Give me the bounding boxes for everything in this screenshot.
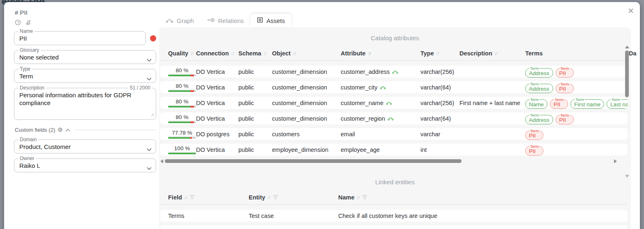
term-chip[interactable]: TermPII [556, 113, 574, 124]
connection-cell: DO Vertica [196, 69, 238, 75]
linked-table-row[interactable]: TermsTest caseVerify customer email addr… [160, 225, 628, 229]
sort-icon[interactable]: ↓↑ [293, 51, 296, 56]
column-header-schema: Schema↓↑ [238, 50, 272, 57]
object-cell: customer_dimension [272, 69, 341, 75]
table-row[interactable]: 80 %DO Verticapubliccustomer_dimensioncu… [160, 66, 628, 78]
term-chip[interactable]: TermPII [556, 82, 574, 93]
attribute-name: customer_name [341, 100, 383, 106]
column-header-label: Connection [196, 50, 229, 57]
sort-icon[interactable]: ↓↑ [190, 51, 194, 56]
chevron-up-icon[interactable] [65, 127, 70, 133]
scroll-down-icon[interactable] [625, 175, 629, 178]
assets-panel: Catalog attributes Quality↓↑Connection↓↑… [159, 27, 631, 229]
sort-icon[interactable]: ↓↑ [436, 51, 439, 56]
terms-cell: TermAddressTermPII [525, 112, 628, 124]
name-field[interactable]: Name PII [14, 31, 146, 45]
column-header-label: Da [629, 50, 637, 57]
filter-icon[interactable] [273, 194, 278, 201]
sort-icon[interactable]: ↓↑ [357, 195, 360, 200]
close-icon[interactable]: ✕ [628, 7, 634, 15]
attribute-name: email [341, 131, 355, 137]
type-select[interactable]: Type Term [14, 69, 156, 83]
description-textarea[interactable]: Description 51 / 2000 Personal informati… [14, 88, 156, 120]
lineage-icon[interactable] [386, 100, 392, 106]
quality-value: 80 % [168, 67, 196, 74]
term-chip[interactable]: TermPII [556, 66, 574, 78]
owner-select[interactable]: Owner Raiko L [14, 158, 156, 172]
connection-cell: DO postgres [196, 131, 238, 137]
tab-graph[interactable]: Graph [159, 14, 201, 27]
scroll-left-icon[interactable] [160, 159, 163, 163]
lineage-icon[interactable] [388, 115, 394, 122]
tab-label: Relations [218, 17, 244, 24]
table-row[interactable]: 100 %DO Verticapublicemployee_dimensione… [160, 144, 628, 156]
table-row[interactable]: 80 %DO Verticapubliccustomer_dimensioncu… [160, 97, 628, 109]
tab-bar: GraphRelationsAssets [159, 14, 291, 27]
column-header-object: Object↓↑ [272, 50, 341, 57]
attribute-cell: customer_city [341, 84, 420, 91]
terms-cell: TermPII [525, 144, 628, 156]
term-chip[interactable]: TermPII [550, 98, 568, 109]
column-header-quality: Quality↓↑ [168, 50, 196, 57]
notifications-off-icon[interactable] [25, 19, 32, 25]
term-chip[interactable]: TermFirst name [570, 98, 604, 109]
term-chip[interactable]: TermAddress [525, 82, 553, 93]
horizontal-scrollbar-thumb[interactable] [165, 159, 462, 163]
term-chip[interactable]: TermPII [525, 144, 543, 156]
term-chip[interactable]: TermAddress [525, 66, 553, 78]
assets-icon [257, 17, 263, 24]
linked-column-header-name: Name↓↑ [338, 194, 367, 201]
linked-table-row[interactable]: TermsTest caseCheck if all customer keys… [160, 210, 628, 222]
column-header-connection: Connection↓↑ [196, 50, 238, 57]
type-cell: varchar(256) [420, 69, 459, 75]
history-icon[interactable] [15, 19, 21, 25]
term-chip[interactable]: TermPII [525, 129, 543, 140]
custom-fields-label: Custom fields (2) [15, 127, 55, 133]
quality-value: 80 % [168, 114, 196, 121]
attribute-cell: customer_region [341, 115, 420, 122]
tab-label: Graph [177, 17, 194, 24]
quality-value: 100 % [168, 145, 196, 152]
tab-label: Assets [266, 17, 285, 24]
domain-select[interactable]: Domain Product, Customer [14, 140, 156, 153]
lineage-icon[interactable] [380, 84, 386, 91]
column-header-label: Entity [249, 194, 265, 201]
horizontal-scrollbar[interactable] [160, 159, 628, 163]
resize-handle[interactable] [151, 111, 155, 118]
glossary-select[interactable]: Glossary None selected [14, 50, 156, 64]
type-cell: varchar(64) [420, 84, 459, 91]
tab-assets[interactable]: Assets [250, 14, 291, 27]
lineage-icon[interactable] [392, 69, 398, 75]
sort-icon[interactable]: ↓↑ [267, 195, 270, 200]
table-row[interactable]: 80 %DO Verticapubliccustomer_dimensioncu… [160, 81, 628, 93]
sort-icon[interactable]: ↓↑ [231, 51, 234, 56]
term-chip[interactable]: TermAddress [525, 113, 553, 124]
gear-icon[interactable]: ⚙ [58, 126, 63, 133]
column-header-label: Attribute [341, 50, 365, 57]
tab-relations[interactable]: Relations [201, 14, 251, 27]
column-header-last: Da [629, 50, 637, 57]
scroll-right-icon[interactable] [614, 159, 617, 163]
graph-icon [166, 17, 173, 24]
object-cell: customer_dimension [272, 115, 341, 122]
description-cell: First name + last name [459, 100, 525, 106]
sort-icon[interactable]: ↓↑ [184, 195, 187, 200]
table-row[interactable]: 80 %DO Verticapubliccustomer_dimensioncu… [160, 112, 628, 124]
sort-icon[interactable]: ↓↑ [494, 51, 498, 56]
vertical-scrollbar-thumb[interactable] [625, 50, 629, 97]
vertical-scrollbar[interactable] [625, 46, 629, 178]
attribute-cell: customer_name [341, 100, 420, 106]
quality-bar [168, 90, 196, 92]
column-header-label: Name [338, 194, 355, 201]
term-chip[interactable]: TermName [525, 98, 547, 109]
attribute-name: employee_age [341, 147, 380, 153]
sort-icon[interactable]: ↓↑ [263, 51, 267, 56]
term-chip[interactable]: TermLast name [607, 98, 628, 109]
filter-icon[interactable] [190, 194, 194, 201]
description-value: Personal information attributes for GDPR… [19, 91, 151, 107]
table-row[interactable]: 77.78 %DO postgrespubliccustomersemailva… [160, 128, 628, 140]
sort-icon[interactable]: ↓↑ [367, 51, 371, 56]
schema-cell: public [238, 115, 272, 122]
filter-icon[interactable] [362, 194, 367, 201]
scroll-up-icon[interactable] [625, 46, 629, 48]
